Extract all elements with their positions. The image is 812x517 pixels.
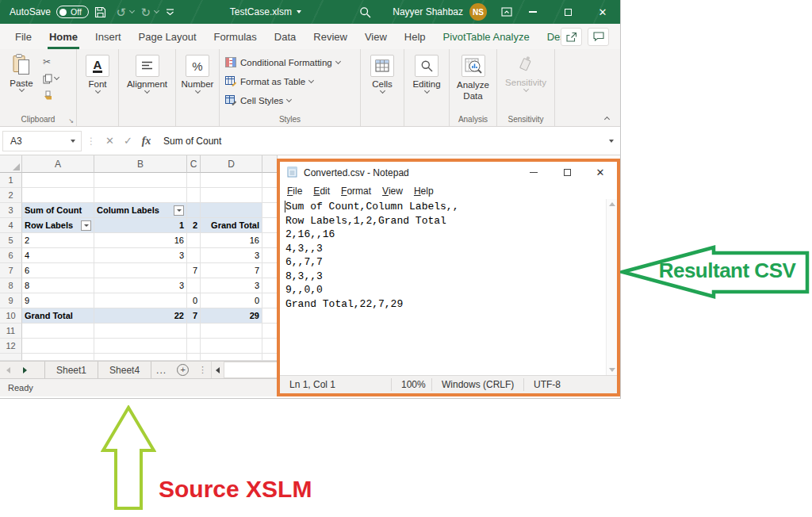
cell-b2[interactable] <box>94 188 187 203</box>
new-sheet-icon[interactable]: + <box>177 364 189 376</box>
cell-d4[interactable]: Grand Total <box>201 218 262 233</box>
column-header-a[interactable]: A <box>22 155 94 173</box>
cell-a10[interactable]: Grand Total <box>22 308 94 324</box>
cell-b12[interactable] <box>94 339 187 354</box>
avatar[interactable]: NS <box>469 3 487 21</box>
cell-b11[interactable] <box>94 324 187 339</box>
row-header[interactable]: 12 <box>0 339 22 354</box>
cell-c7[interactable]: 7 <box>187 263 201 278</box>
close-button[interactable]: ✕ <box>585 0 620 24</box>
scroll-left-icon[interactable] <box>211 362 224 378</box>
column-header-partial[interactable] <box>262 155 278 173</box>
sheet-overflow-label[interactable]: ... <box>151 365 171 376</box>
autosave-toggle[interactable]: Off <box>56 6 89 18</box>
notepad-close-button[interactable]: ✕ <box>584 162 617 183</box>
cell-b8[interactable]: 3 <box>94 278 187 293</box>
redo-icon[interactable]: ↻ <box>137 3 155 21</box>
notepad-maximize-button[interactable] <box>550 162 584 183</box>
font-button[interactable]: A Font <box>77 49 118 126</box>
cell-d7[interactable]: 7 <box>201 263 262 278</box>
row-header[interactable]: 11 <box>0 324 22 339</box>
name-box[interactable]: A3 <box>2 131 82 151</box>
tab-page-layout[interactable]: Page Layout <box>130 24 205 49</box>
analyze-data-button[interactable]: Analyze Data <box>450 49 496 113</box>
column-header-b[interactable]: B <box>94 155 187 173</box>
comment-button[interactable] <box>588 28 609 46</box>
formula-bar-expand-icon[interactable] <box>609 140 614 143</box>
cell-c11[interactable] <box>187 324 201 339</box>
editing-button[interactable]: Editing <box>404 49 449 126</box>
row-header[interactable]: 7 <box>0 263 22 278</box>
filter-dropdown-button[interactable] <box>81 220 91 231</box>
cell-c2[interactable] <box>187 188 201 203</box>
cell-b1[interactable] <box>94 173 187 188</box>
tab-data[interactable]: Data <box>266 24 304 49</box>
cell-d9[interactable]: 0 <box>201 293 262 308</box>
number-button[interactable]: % Number <box>176 49 219 126</box>
scroll-up-icon[interactable] <box>609 202 615 206</box>
cell-b6[interactable]: 3 <box>94 248 187 263</box>
notepad-scrollbar[interactable] <box>606 199 617 375</box>
cell-a1[interactable] <box>22 173 94 188</box>
row-header[interactable]: 3 <box>0 203 22 218</box>
conditional-formatting-button[interactable]: Conditional Formatting <box>220 54 360 71</box>
cell-d8[interactable]: 3 <box>201 278 262 293</box>
cell-c4[interactable]: 2 <box>187 218 201 233</box>
menu-file[interactable]: File <box>282 186 308 197</box>
scroll-down-icon[interactable] <box>609 368 615 372</box>
formula-input[interactable]: Sum of Count <box>155 136 609 147</box>
menu-format[interactable]: Format <box>335 186 377 197</box>
cell-d1[interactable] <box>201 173 262 188</box>
sheet-tab-sheet4[interactable]: Sheet4 <box>98 362 151 378</box>
cell-d11[interactable] <box>201 324 262 339</box>
cell-c8[interactable] <box>187 278 201 293</box>
sheet-nav-right-icon[interactable] <box>23 367 27 373</box>
save-icon[interactable] <box>92 3 109 21</box>
cell-b10[interactable]: 22 <box>94 308 187 324</box>
cell-b5[interactable]: 16 <box>94 233 187 248</box>
cell-b4[interactable]: 1 <box>94 218 187 233</box>
menu-edit[interactable]: Edit <box>308 186 335 197</box>
share-button[interactable] <box>561 28 582 46</box>
cell-a9[interactable]: 9 <box>22 293 94 308</box>
row-header[interactable]: 1 <box>0 173 22 188</box>
scrollbar-thumb[interactable] <box>224 362 281 378</box>
workbook-title[interactable]: TestCase.xlsm <box>230 6 301 17</box>
format-painter-button[interactable] <box>43 90 53 101</box>
notepad-text-area[interactable]: Sum of Count,Column Labels,, Row Labels,… <box>280 199 606 375</box>
ribbon-display-options-icon[interactable] <box>498 3 515 21</box>
cell-d3[interactable] <box>201 203 262 218</box>
cell-b3[interactable]: Column Labels <box>94 203 187 218</box>
tab-formulas[interactable]: Formulas <box>205 24 266 49</box>
paste-button[interactable]: Paste <box>0 49 43 113</box>
alignment-button[interactable]: Alignment <box>119 49 175 126</box>
cell-c5[interactable] <box>187 233 201 248</box>
cell-a6[interactable]: 4 <box>22 248 94 263</box>
cell-c3[interactable] <box>187 203 201 218</box>
column-header-d[interactable]: D <box>201 155 262 173</box>
cancel-icon[interactable]: ✕ <box>101 135 119 147</box>
select-all-corner[interactable] <box>0 155 22 173</box>
cell-d5[interactable]: 16 <box>201 233 262 248</box>
row-header[interactable]: 4 <box>0 218 22 233</box>
cell-a3[interactable]: Sum of Count <box>22 203 94 218</box>
redo-dropdown-icon[interactable] <box>154 8 159 13</box>
undo-icon[interactable]: ↺ <box>113 3 130 21</box>
tab-review[interactable]: Review <box>304 24 356 49</box>
cell-d2[interactable] <box>201 188 262 203</box>
sheet-tab-sheet1[interactable]: Sheet1 <box>44 362 98 378</box>
cell-b9[interactable] <box>94 293 187 308</box>
cell-a11[interactable] <box>22 324 94 339</box>
collapse-ribbon-icon[interactable] <box>604 117 610 122</box>
tab-home[interactable]: Home <box>40 24 86 49</box>
filter-dropdown-button[interactable] <box>174 205 184 216</box>
cell-d6[interactable]: 3 <box>201 248 262 263</box>
row-header[interactable]: 6 <box>0 248 22 263</box>
row-header[interactable]: 9 <box>0 293 22 308</box>
row-header[interactable]: 2 <box>0 188 22 203</box>
customize-toolbar-icon[interactable] <box>162 3 179 21</box>
cell-a12[interactable] <box>22 339 94 354</box>
format-as-table-button[interactable]: Format as Table <box>220 73 360 90</box>
tab-pivottable-analyze[interactable]: PivotTable Analyze <box>435 24 538 49</box>
menu-help[interactable]: Help <box>408 186 439 197</box>
